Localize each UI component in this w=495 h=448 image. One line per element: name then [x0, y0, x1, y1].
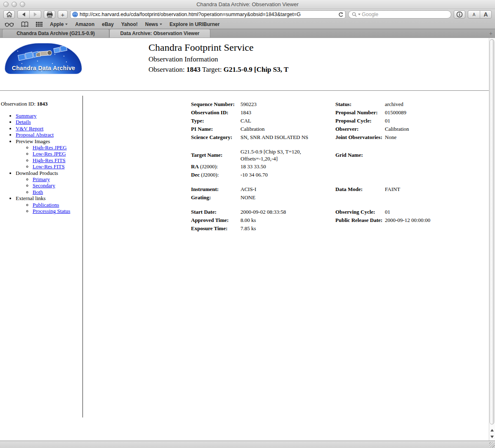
forward-button[interactable]	[29, 11, 41, 18]
new-tab-button[interactable]: +	[489, 30, 493, 37]
url-fade	[322, 11, 337, 18]
bookmark-ebay[interactable]: eBay	[102, 21, 114, 27]
dropdown-arrow-icon	[65, 24, 68, 26]
add-bookmark-button[interactable]: +	[58, 10, 68, 19]
list-item: Secondary	[33, 182, 82, 189]
sidebar-group-download-products: Download Products	[16, 170, 58, 176]
field-label	[335, 193, 385, 201]
sidebar-link-primary[interactable]: Primary	[33, 176, 50, 182]
scroll-up-arrow-icon[interactable]	[490, 429, 494, 431]
bookmark-explore-uriburner[interactable]: Explore in URIBurner	[170, 21, 219, 27]
field-label: PI Name:	[191, 125, 240, 133]
chandra-data-archive-logo: Chandra Data Archive	[3, 42, 84, 75]
details-group-identification: Sequence Number: 590223 Status: archived…	[191, 100, 463, 141]
field-label: Observation ID:	[191, 108, 240, 116]
tab-chandra-data-archive[interactable]: Chandra Data Archive (G21.5-0.9)	[2, 29, 109, 38]
bookmark-yahoo[interactable]: Yahoo!	[121, 21, 138, 27]
sidebar-link-secondary[interactable]: Secondary	[33, 182, 55, 189]
reload-icon	[338, 12, 344, 17]
sidebar-link-low-res-fits[interactable]: Low-Res FITS	[33, 163, 65, 170]
search-field[interactable]	[348, 10, 451, 19]
url-text[interactable]: http://cxc.harvard.edu/cda/footprint/obs…	[80, 12, 344, 17]
history-nav-group	[17, 10, 41, 19]
bookmark-apple[interactable]: Apple	[50, 21, 68, 27]
sidebar-link-proposal-abstract[interactable]: Proposal Abstract	[16, 132, 54, 138]
bookmark-news[interactable]: News	[145, 21, 162, 27]
sidebar-link-low-res-jpeg[interactable]: Low-Res JPEG	[33, 151, 66, 157]
sidebar-link-high-res-fits[interactable]: High-Res FITS	[33, 157, 66, 163]
field-value	[385, 224, 459, 232]
home-button[interactable]	[3, 10, 15, 19]
sidebar-link-details[interactable]: Details	[16, 119, 31, 125]
scroll-down-arrow-icon[interactable]	[490, 436, 494, 438]
sidebar: Observation ID: 1843 Summary Details V&V…	[1, 101, 82, 215]
list-item: Download Products Primary Secondary Both	[16, 170, 82, 196]
sidebar-link-summary[interactable]: Summary	[16, 113, 37, 119]
list-item: Summary	[16, 113, 82, 119]
page-title: Chandra Footprint Service	[148, 42, 288, 53]
field-value	[385, 147, 459, 162]
page-header: Chandra Footprint Service Observation In…	[148, 42, 288, 74]
vertical-scrollbar[interactable]	[489, 38, 495, 441]
field-label: Instrument:	[191, 185, 240, 193]
status-bar	[0, 441, 495, 448]
field-label	[335, 224, 385, 232]
search-engine-dropdown-icon[interactable]	[358, 14, 361, 17]
field-value	[385, 170, 459, 179]
list-item: High-Res FITS	[33, 157, 82, 163]
observation-id-value: 1843	[186, 66, 200, 73]
sidebar-nav: Summary Details V&V Report Proposal Abst…	[1, 113, 82, 215]
field-value: SN, SNR AND ISOLATED NS	[240, 133, 335, 141]
target-name-value: G21.5-0.9 [Chip S3, T	[224, 66, 288, 73]
satellite-icon	[15, 44, 73, 63]
top-sites-button[interactable]	[36, 22, 42, 27]
field-value: G21.5-0.9 [Chip S3, T=120, Offsets=-1,20…	[240, 147, 335, 162]
field-label: Observing Cycle:	[335, 207, 385, 216]
field-value: 8.00 ks	[240, 216, 335, 224]
address-bar[interactable]: http://cxc.harvard.edu/cda/footprint/obs…	[70, 10, 346, 19]
dropdown-arrow-icon	[160, 24, 162, 26]
field-label: Grid Name:	[335, 151, 385, 159]
search-input[interactable]	[362, 12, 448, 17]
details-group-timing: Start Date: 2000-09-02 08:33:58 Observin…	[191, 207, 463, 232]
sidebar-link-vv-report[interactable]: V&V Report	[16, 125, 43, 132]
bookmarks-button[interactable]	[21, 21, 28, 27]
scrollbar-thumb[interactable]	[490, 39, 494, 424]
sidebar-link-processing-status[interactable]: Processing Status	[33, 208, 70, 214]
field-value: archived	[385, 100, 459, 108]
field-label: Dec (J2000):	[191, 170, 240, 179]
back-button[interactable]	[18, 11, 29, 18]
list-item: Primary	[33, 176, 82, 182]
field-label: Science Category:	[191, 133, 240, 141]
field-value: NONE	[240, 193, 335, 201]
decrease-text-button[interactable]: A	[468, 11, 480, 18]
reload-button[interactable]	[338, 12, 344, 17]
list-item: Preview Images High-Res JPEG Low-Res JPE…	[16, 138, 82, 170]
sidebar-heading: Observation ID: 1843	[1, 101, 82, 107]
field-value: 2000-09-12 00:00:00	[385, 216, 459, 224]
page-subtitle: Observation Information	[148, 55, 288, 64]
reading-list-button[interactable]	[5, 22, 14, 27]
report-bug-button[interactable]	[454, 10, 465, 19]
observation-target-line: Observation: 1843 Target: G21.5-0.9 [Chi…	[148, 66, 288, 74]
bookmark-amazon[interactable]: Amazon	[75, 21, 94, 27]
list-item: High-Res JPEG	[33, 144, 82, 151]
field-value: 1843	[240, 108, 335, 116]
field-value: None	[385, 133, 459, 141]
list-item: V&V Report	[16, 125, 82, 132]
increase-text-button[interactable]: A	[480, 11, 491, 18]
field-label	[335, 162, 385, 170]
field-label: Public Release Date:	[335, 216, 385, 224]
sidebar-link-both[interactable]: Both	[33, 189, 43, 195]
grid-icon	[36, 22, 42, 27]
sidebar-link-high-res-jpeg[interactable]: High-Res JPEG	[33, 144, 67, 151]
list-item: Low-Res JPEG	[33, 151, 82, 157]
tab-observation-viewer[interactable]: Data Archive: Observation Viewer	[109, 29, 210, 38]
resize-grip[interactable]	[489, 442, 495, 448]
field-label: Observer:	[335, 125, 385, 133]
print-button[interactable]	[44, 10, 55, 19]
field-value	[385, 193, 459, 201]
back-icon	[22, 12, 25, 17]
forward-icon	[34, 12, 37, 17]
sidebar-link-publications[interactable]: Publications	[33, 202, 59, 208]
